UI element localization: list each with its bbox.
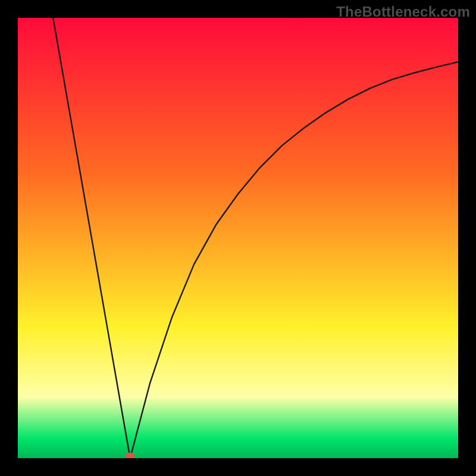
chart-frame: TheBottleneck.com: [0, 0, 476, 476]
plot-area: [18, 18, 458, 458]
gradient-background: [18, 18, 458, 458]
watermark-text: TheBottleneck.com: [336, 4, 470, 20]
